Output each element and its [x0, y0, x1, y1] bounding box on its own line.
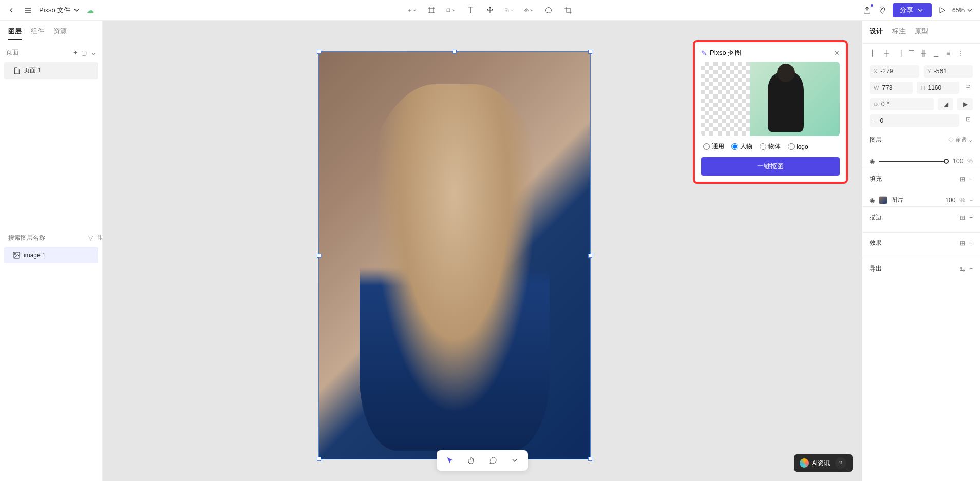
move-icon[interactable]: [485, 5, 495, 15]
page-item[interactable]: 页面 1: [4, 62, 98, 79]
close-icon[interactable]: ✕: [834, 49, 840, 57]
stroke-style-icon[interactable]: ⊞: [960, 214, 965, 221]
tab-layers[interactable]: 图层: [8, 27, 22, 40]
align-center-v-icon[interactable]: ╫: [919, 49, 928, 58]
crop-icon[interactable]: [563, 5, 573, 15]
fill-swatch[interactable]: [879, 196, 887, 204]
fill-opacity[interactable]: 100: [945, 197, 955, 204]
topbar-right: 分享 65%: [862, 3, 974, 17]
cutout-popup: ✎ Pixso 抠图 ✕ 通用 人物 物体 logo 一键抠图: [693, 40, 848, 184]
add-page-icon[interactable]: +: [73, 49, 77, 56]
fill-style-icon[interactable]: ⊞: [960, 176, 965, 183]
align-top-icon[interactable]: ▔: [907, 49, 916, 58]
tab-assets[interactable]: 资源: [53, 27, 67, 40]
tab-prototype[interactable]: 原型: [915, 27, 928, 39]
radius-detail-icon[interactable]: ⊡: [964, 114, 973, 124]
export-icon[interactable]: [862, 5, 872, 15]
radius-field[interactable]: ⌐0: [870, 114, 959, 127]
topbar-center-tools: T: [407, 5, 573, 15]
selection-frame[interactable]: 773×1160: [318, 51, 591, 459]
boolean-icon[interactable]: [504, 5, 515, 15]
export-settings-icon[interactable]: ⇆: [960, 265, 965, 273]
fill-type[interactable]: 图片: [891, 196, 903, 204]
opacity-value[interactable]: 100: [953, 158, 963, 165]
cursor-tool[interactable]: [444, 454, 456, 467]
play-icon[interactable]: [937, 5, 947, 15]
add-effect-icon[interactable]: +: [969, 240, 973, 247]
resize-handle-ml[interactable]: [317, 254, 321, 258]
fill-unit: %: [959, 197, 965, 204]
blend-mode[interactable]: ◇ 穿透 ⌄: [948, 136, 973, 144]
distribute-h-icon[interactable]: ≡: [944, 49, 953, 58]
floating-toolbar: [437, 450, 528, 471]
back-icon[interactable]: [6, 5, 16, 15]
svg-rect-0: [447, 9, 450, 12]
opacity-slider[interactable]: [879, 161, 949, 162]
text-icon[interactable]: T: [465, 5, 476, 15]
layer-search: ▽ ⇅: [0, 230, 102, 245]
folder-icon[interactable]: ▢: [81, 49, 87, 56]
menu-icon[interactable]: [23, 5, 33, 15]
visibility-icon[interactable]: ◉: [870, 158, 875, 165]
help-icon[interactable]: ?: [835, 457, 846, 469]
cloud-sync-icon[interactable]: ☁: [87, 6, 94, 14]
zoom-level[interactable]: 65%: [952, 6, 974, 14]
shape-icon[interactable]: [446, 5, 456, 15]
align-left-icon[interactable]: ▏: [870, 49, 879, 58]
resize-handle-mr[interactable]: [588, 254, 592, 258]
distribute-v-icon[interactable]: ⋮: [956, 49, 965, 58]
rotate-field[interactable]: ⟳0 °: [870, 98, 934, 110]
search-input[interactable]: [8, 234, 85, 241]
pages-header: 页面 + ▢ ⌄: [0, 44, 102, 61]
layer-item[interactable]: image 1: [4, 247, 98, 263]
canvas[interactable]: 773×1160 ✎ Pixso 抠图 ✕ 通用 人物 物体 logo: [103, 21, 862, 481]
tab-annotate[interactable]: 标注: [892, 27, 906, 39]
resize-handle-tr[interactable]: [588, 50, 592, 54]
ellipse-icon[interactable]: [543, 5, 554, 15]
resize-handle-tl[interactable]: [317, 50, 321, 54]
tab-design[interactable]: 设计: [870, 27, 883, 39]
collapse-icon[interactable]: ⌄: [91, 49, 96, 56]
radio-object[interactable]: 物体: [760, 142, 781, 151]
radio-person[interactable]: 人物: [731, 142, 752, 151]
resize-handle-br[interactable]: [588, 457, 592, 461]
add-fill-icon[interactable]: +: [969, 176, 973, 183]
settings-icon[interactable]: ⇅: [97, 234, 102, 241]
effect-style-icon[interactable]: ⊞: [960, 240, 965, 247]
layer-section-title: 图层: [870, 136, 882, 144]
hand-tool[interactable]: [465, 454, 478, 467]
radio-general[interactable]: 通用: [703, 142, 724, 151]
align-bottom-icon[interactable]: ▁: [931, 49, 940, 58]
x-field[interactable]: X-279: [870, 65, 919, 78]
flip-v-field[interactable]: ▶: [957, 98, 973, 110]
align-right-icon[interactable]: ▕: [894, 49, 903, 58]
location-icon[interactable]: [877, 5, 888, 15]
resize-handle-bl[interactable]: [317, 457, 321, 461]
align-center-h-icon[interactable]: ┼: [882, 49, 891, 58]
add-export-icon[interactable]: +: [969, 265, 973, 273]
stroke-section: 描边 ⊞+: [862, 206, 980, 232]
radio-logo[interactable]: logo: [788, 142, 808, 151]
filter-icon[interactable]: ▽: [88, 234, 93, 241]
w-field[interactable]: W773: [870, 82, 913, 94]
h-field[interactable]: H1160: [917, 82, 960, 94]
fill-section-title: 填充: [870, 175, 882, 183]
comment-tool[interactable]: [487, 454, 499, 467]
share-button[interactable]: 分享: [893, 3, 932, 17]
add-stroke-icon[interactable]: +: [969, 214, 973, 221]
lock-ratio-icon[interactable]: ⊃: [964, 82, 973, 91]
flip-h-field[interactable]: ◢: [938, 98, 953, 110]
remove-fill-icon[interactable]: −: [969, 197, 973, 204]
cutout-action-button[interactable]: 一键抠图: [701, 157, 840, 176]
fill-visibility-icon[interactable]: ◉: [870, 197, 875, 204]
add-icon[interactable]: [407, 5, 417, 15]
resize-handle-tm[interactable]: [453, 50, 457, 54]
more-tools[interactable]: [508, 454, 521, 467]
y-field[interactable]: Y-561: [924, 65, 973, 78]
component-icon[interactable]: [524, 5, 534, 15]
left-panel: 图层 组件 资源 页面 + ▢ ⌄ 页面 1 ▽ ⇅: [0, 21, 103, 481]
svg-point-4: [881, 8, 883, 10]
frame-icon[interactable]: [426, 5, 437, 15]
file-name[interactable]: Pixso 文件: [39, 6, 81, 15]
tab-components[interactable]: 组件: [31, 27, 44, 40]
